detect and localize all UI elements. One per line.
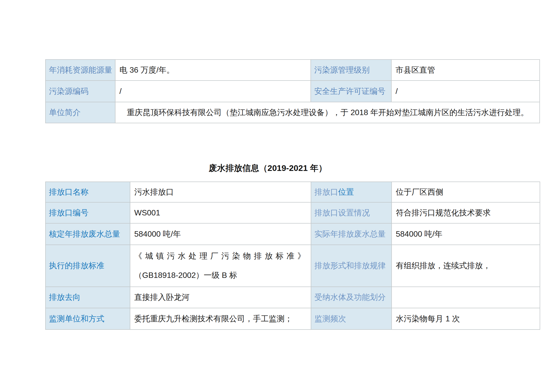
label-actual-annual-wastewater: 实际年排放废水总量	[311, 223, 392, 245]
label-outlet-name: 排放口名称	[45, 182, 130, 202]
label-annual-energy-consumption: 年消耗资源能源量	[45, 60, 115, 81]
value-actual-annual-wastewater: 584000 吨/年	[392, 223, 540, 245]
table-row: 排放去向 直接排入卧龙河 受纳水体及功能划分	[45, 287, 540, 308]
label-receiving-water-body: 受纳水体及功能划分	[311, 287, 392, 308]
table-row: 核定年排放废水总量 584000 吨/年 实际年排放废水总量 584000 吨/…	[45, 223, 540, 245]
table-row: 排放口名称 污水排放口 排放口位置 位于厂区西侧	[45, 182, 540, 202]
label-outlet-number: 排放口编号	[45, 202, 130, 223]
label-monitoring-frequency: 监测频次	[311, 308, 392, 330]
label-outlet-location-part1: 排放口	[314, 187, 338, 196]
value-discharge-standard: 《城镇污水处理厂污染物排放标准》 （GB18918-2002）一级 B 标	[130, 245, 311, 287]
table-row: 污染源编码 / 安全生产许可证编号 /	[45, 81, 540, 102]
label-monitoring-unit-method: 监测单位和方式	[45, 308, 130, 330]
table-row: 年消耗资源能源量 电 36 万度/年。 污染源管理级别 市县区直管	[45, 60, 540, 81]
table-row: 单位简介 重庆昆顶环保科技有限公司（垫江城南应急污水处理设备），于 2018 年…	[45, 102, 540, 123]
label-outlet-setup-status: 排放口设置情况	[311, 202, 392, 223]
value-pollution-source-mgmt-level: 市县区直管	[391, 60, 540, 81]
table-row: 执行的排放标准 《城镇污水处理厂污染物排放标准》 （GB18918-2002）一…	[45, 245, 540, 287]
label-discharge-destination: 排放去向	[45, 287, 130, 308]
label-outlet-location-part2: 位置	[338, 187, 354, 196]
label-pollution-source-mgmt-level: 污染源管理级别	[311, 60, 391, 81]
value-monitoring-unit-method: 委托重庆九升检测技术有限公司，手工监测；	[130, 308, 311, 330]
basic-info-table: 年消耗资源能源量 电 36 万度/年。 污染源管理级别 市县区直管 污染源编码 …	[45, 59, 540, 123]
table-row: 排放口编号 WS001 排放口设置情况 符合排污口规范化技术要求	[45, 202, 540, 223]
label-outlet-location: 排放口位置	[311, 182, 392, 202]
value-pollution-source-code: /	[115, 81, 311, 102]
value-receiving-water-body	[392, 287, 540, 308]
section-title: 废水排放信息（2019-2021 年）	[45, 163, 490, 174]
value-discharge-mode: 有组织排放，连续式排放，	[392, 245, 540, 287]
value-outlet-location: 位于厂区西侧	[392, 182, 540, 202]
value-monitoring-frequency: 水污染物每月 1 次	[392, 308, 540, 330]
label-company-profile: 单位简介	[45, 102, 115, 123]
label-pollution-source-code: 污染源编码	[45, 81, 115, 102]
value-outlet-name: 污水排放口	[130, 182, 311, 202]
value-outlet-number: WS001	[130, 202, 311, 223]
value-annual-energy-consumption: 电 36 万度/年。	[115, 60, 311, 81]
label-discharge-standard: 执行的排放标准	[45, 245, 130, 287]
discharge-standard-line1: 《城镇污水处理厂污染物排放标准》	[134, 251, 308, 262]
value-safety-production-license-no: /	[391, 81, 540, 102]
table-row: 监测单位和方式 委托重庆九升检测技术有限公司，手工监测； 监测频次 水污染物每月…	[45, 308, 540, 330]
value-company-profile: 重庆昆顶环保科技有限公司（垫江城南应急污水处理设备），于 2018 年开始对垫江…	[115, 102, 540, 123]
label-approved-annual-wastewater: 核定年排放废水总量	[45, 223, 130, 245]
value-discharge-destination: 直接排入卧龙河	[130, 287, 311, 308]
discharge-standard-line2: （GB18918-2002）一级 B 标	[134, 270, 308, 281]
label-safety-production-license-no: 安全生产许可证编号	[311, 81, 391, 102]
wastewater-discharge-table: 排放口名称 污水排放口 排放口位置 位于厂区西侧 排放口编号 WS001 排放口…	[45, 182, 540, 330]
value-outlet-setup-status: 符合排污口规范化技术要求	[392, 202, 540, 223]
value-approved-annual-wastewater: 584000 吨/年	[130, 223, 311, 245]
label-discharge-mode: 排放形式和排放规律	[311, 245, 392, 287]
